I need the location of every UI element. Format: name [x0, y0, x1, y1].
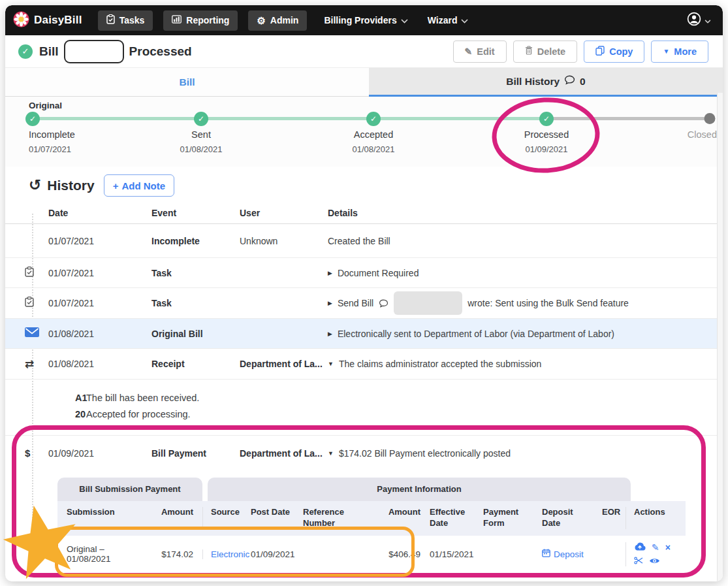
reporting-button[interactable]: Reporting	[163, 10, 238, 31]
timeline-label-incomplete: Incomplete	[29, 129, 75, 140]
copy-icon	[595, 46, 605, 57]
payment-row: Original – 01/08/2021 $174.02 Electronic…	[57, 536, 686, 575]
history-icon: ↺	[29, 178, 41, 193]
tasks-button[interactable]: Tasks	[98, 10, 153, 31]
trash-icon	[525, 46, 533, 57]
row-event: Bill Payment	[151, 448, 240, 459]
tasks-label: Tasks	[119, 15, 145, 25]
row-event: Incomplete	[151, 236, 240, 246]
task-icon	[25, 297, 34, 310]
collapse-caret-icon[interactable]: ▼	[328, 450, 334, 457]
receipt-codes: A1 The bill has been received. 20 Accept…	[5, 380, 723, 436]
receipt-code: 20	[5, 406, 86, 423]
delete-icon[interactable]: ×	[665, 543, 671, 552]
payment-amount: $406.49	[368, 549, 424, 559]
cut-icon[interactable]	[634, 557, 643, 566]
receipt-code-text: Accepted for processing.	[86, 406, 191, 423]
copy-button[interactable]: Copy	[584, 41, 644, 63]
payment-post-date: 01/09/2021	[245, 549, 298, 559]
chevron-down-icon	[461, 15, 468, 25]
expand-caret-icon[interactable]: ▶	[328, 331, 332, 337]
row-event: Original Bill	[151, 329, 240, 339]
row-date: 01/08/2021	[48, 329, 151, 339]
payment-source-link[interactable]: Electronic	[211, 549, 249, 559]
row-detail-suffix: wrote: Sent using the Bulk Send feature	[467, 298, 629, 308]
col-payment-form: Payment Form	[477, 507, 537, 529]
expand-caret-icon[interactable]: ▶	[328, 300, 332, 306]
wizard-label: Wizard	[428, 15, 458, 25]
chevron-down-icon	[401, 15, 408, 25]
delete-label: Delete	[537, 46, 566, 57]
commenter-redacted	[394, 291, 462, 315]
edit-icon[interactable]: ✎	[652, 543, 659, 552]
collapse-caret-icon[interactable]: ▼	[328, 361, 334, 367]
table-row: 01/08/2021 Original Bill ▶ Electronicall…	[5, 319, 723, 349]
copy-label: Copy	[609, 46, 633, 57]
bill-header: ✓ Bill Processed ✎ Edit Delete Copy ▼ Mo…	[5, 35, 723, 68]
history-table: Date Event User Details + 01/07/2021 Inc…	[5, 202, 723, 575]
edit-button[interactable]: ✎ Edit	[453, 41, 507, 63]
brand[interactable]: DaisyBill	[13, 11, 82, 30]
billing-providers-label: Billing Providers	[324, 15, 396, 25]
timeline-date-sent: 01/08/2021	[180, 144, 222, 154]
scroll-gutter[interactable]	[717, 93, 723, 581]
reporting-icon	[172, 15, 182, 25]
add-note-button[interactable]: + Add Note	[104, 174, 174, 197]
timeline-revision-label: Original	[29, 101, 62, 110]
brand-name: DaisyBill	[34, 14, 82, 27]
row-date: 01/08/2021	[48, 359, 151, 369]
timeline-label-closed: Closed	[688, 129, 717, 140]
expand-caret-icon[interactable]: ▶	[328, 270, 332, 276]
add-note-label: Add Note	[121, 180, 165, 191]
deposit-link[interactable]: Deposit	[542, 549, 593, 559]
tab-history-count: 0	[580, 76, 586, 88]
status-check-icon: ✓	[18, 44, 33, 59]
col-reference-number: Reference Number	[298, 507, 368, 529]
task-icon	[25, 267, 34, 280]
row-date: 01/07/2021	[48, 268, 151, 278]
row-user: Unknown	[240, 236, 328, 246]
timeline-date-processed: 01/09/2021	[525, 144, 567, 154]
more-button[interactable]: ▼ More	[651, 41, 708, 63]
admin-label: Admin	[270, 15, 299, 25]
comment-bubble-icon	[379, 299, 388, 308]
tab-history-label: Bill History	[506, 76, 560, 88]
timeline-node-accepted: ✓	[366, 112, 381, 126]
receipt-code-line: 20 Accepted for processing.	[5, 406, 723, 423]
app-window: DaisyBill Tasks Reporting ⚙ Admin Billin…	[5, 5, 723, 581]
row-event: Receipt	[151, 359, 240, 369]
col-submission: Submission	[57, 507, 149, 529]
row-detail: Created the Bill	[328, 236, 390, 246]
timeline-date-incomplete: 01/07/2021	[29, 144, 71, 154]
table-row: + 01/07/2021 Incomplete Unknown Created …	[5, 224, 723, 258]
timeline-date-accepted: 01/08/2021	[352, 144, 394, 154]
view-icon[interactable]	[649, 557, 660, 566]
page-title: Bill Processed	[39, 40, 192, 63]
tasks-icon	[106, 14, 115, 26]
admin-button[interactable]: ⚙ Admin	[248, 10, 307, 31]
col-payment-amount: Amount	[368, 507, 424, 529]
tab-bill-label: Bill	[179, 76, 195, 88]
billing-providers-menu[interactable]: Billing Providers	[324, 15, 407, 25]
timeline-track-pending	[546, 117, 710, 120]
col-amount: Amount	[149, 507, 197, 529]
row-event: Task	[151, 268, 240, 278]
timeline-label-accepted: Accepted	[354, 129, 393, 140]
timeline-track-complete	[33, 117, 546, 120]
timeline-label-sent: Sent	[191, 129, 211, 140]
cloud-upload-icon[interactable]	[634, 542, 646, 553]
plus-icon: +	[113, 180, 119, 191]
col-post-date: Post Date	[245, 507, 298, 529]
comment-bubble-icon	[564, 75, 575, 88]
history-title-text: History	[47, 178, 94, 193]
history-title: ↺ History	[29, 178, 95, 193]
tab-bill[interactable]: Bill	[5, 68, 369, 97]
submission-line2: 01/08/2021	[67, 554, 145, 564]
tab-bill-history[interactable]: Bill History 0	[369, 68, 723, 97]
delete-button[interactable]: Delete	[513, 41, 578, 63]
table-row: 01/07/2021 Task ▶ Document Required	[5, 258, 723, 288]
wizard-menu[interactable]: Wizard	[428, 15, 469, 25]
user-menu[interactable]	[687, 12, 711, 29]
admin-icon: ⚙	[257, 16, 265, 25]
table-row: $ 01/09/2021 Bill Payment Department of …	[5, 436, 723, 471]
